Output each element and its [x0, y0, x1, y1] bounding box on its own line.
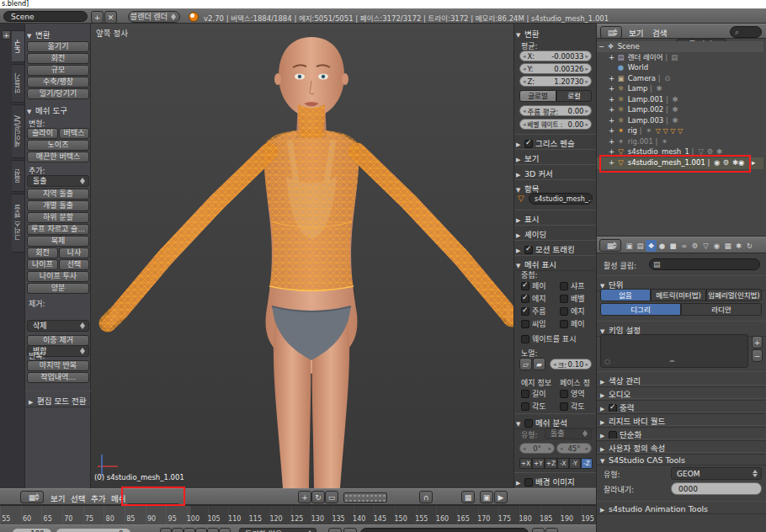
collapse-icon[interactable] [516, 187, 524, 194]
face-angle-checkbox[interactable]: 각도 [560, 401, 584, 412]
expand-icon[interactable]: + [607, 83, 616, 93]
expand-icon[interactable]: + [607, 146, 616, 157]
panel-header-grease-pencil[interactable]: 그리스 펜슬 [514, 134, 597, 149]
collapse-icon[interactable] [600, 458, 609, 465]
overlay-check-seams[interactable]: 씨임 [521, 318, 545, 329]
insert-keyframe-button[interactable]: ◆ [532, 528, 545, 532]
outliner-row-s4studio-mesh-1-001[interactable]: +▽ s4studio_mesh_1.001 | ◉⚙✱◉▸ [597, 157, 763, 169]
axis-button-posz[interactable]: +Z [545, 458, 557, 469]
outliner-row-lamp-003[interactable]: +☼ Lamp.003 | ✱ [597, 115, 763, 126]
analysis-type-dropdown[interactable]: 돌출 [545, 428, 592, 439]
face-normals-toggle[interactable]: ▰ [533, 358, 545, 370]
geom-type-dropdown[interactable]: GEOM [671, 467, 762, 480]
collapse-icon[interactable] [27, 33, 35, 40]
duplicate-button[interactable]: 복제 [27, 236, 89, 247]
keying-set-icon[interactable]: ◆ [343, 528, 357, 532]
manipulator-scale-toggle[interactable]: ▭ [325, 491, 338, 503]
expand-icon[interactable]: + [607, 125, 616, 136]
end-frame-field[interactable]: 100 [12, 528, 52, 532]
tab-tools[interactable]: 도구 [12, 30, 25, 62]
scene-selector[interactable]: Scene [3, 11, 88, 22]
expand-icon[interactable]: + [607, 52, 616, 62]
outliner-row-rig-001[interactable]: +✶ rig.001 | ✶ [597, 136, 763, 147]
outliner-row-scene[interactable]: −❖ Scene [597, 41, 763, 52]
axis-button-negz[interactable]: -Z [581, 458, 593, 469]
tab-material-icon[interactable]: ◉ [711, 240, 722, 252]
overlay-check-edges[interactable]: 에지 [521, 293, 545, 304]
prev-keyframe-button[interactable]: ‹ [172, 528, 184, 532]
show-weights-checkbox[interactable]: 웨이트를 표시 [521, 333, 576, 344]
transform-button[interactable]: 밀기/당기기 [27, 88, 89, 99]
panel-header-display[interactable]: 표시 [514, 210, 597, 225]
snap-magnet-toggle[interactable]: ∩ [419, 491, 433, 503]
overlay-check-bevel[interactable]: 베벨 [560, 293, 584, 304]
edge-angle-checkbox[interactable]: 각도 [521, 401, 545, 412]
opengl-render-button[interactable]: ▣ [480, 491, 493, 503]
tab-particles-icon[interactable]: ✱ [733, 240, 744, 252]
panel-header-animation-tools[interactable]: s4studio Animation Tools [597, 501, 766, 513]
add-scene-button[interactable]: + [91, 11, 104, 24]
median-x-field[interactable]: X:-0.00033 [519, 51, 592, 61]
delete-scene-button[interactable]: ✕ [104, 11, 117, 24]
face-area-checkbox[interactable]: 영역 [560, 388, 584, 399]
remove-doubles-button[interactable]: 이중 제거 [27, 335, 89, 346]
play-reverse-button[interactable]: ▶ [184, 528, 195, 532]
expand-icon[interactable] [516, 232, 524, 239]
history-button[interactable]: 작업내역... [27, 372, 89, 383]
opengl-render-anim-button[interactable]: ▶ [494, 491, 508, 503]
analysis-min-field[interactable]: 0° [519, 443, 555, 454]
knife-select-button[interactable]: 선택 [59, 259, 89, 270]
expand-icon[interactable]: + [607, 73, 616, 83]
collapse-icon[interactable] [27, 109, 35, 115]
overlay-check-sharp[interactable]: 샤프 [560, 280, 584, 291]
panel-header-mesh-analysis[interactable]: 메쉬 분석 [514, 413, 597, 428]
units-imperial-button[interactable]: 임페리얼(인치법) [706, 289, 762, 301]
vertex-normals-toggle[interactable]: ▱ [519, 358, 532, 370]
extrude-individual-button[interactable]: 개별 돌출 [27, 200, 89, 211]
panel-header-mesh-display[interactable]: 메쉬 표시 [514, 255, 597, 270]
menu-mesh[interactable]: 메쉬 [108, 492, 129, 504]
record-button[interactable]: ● [328, 528, 342, 532]
expand-icon[interactable] [29, 399, 37, 406]
expand-icon[interactable] [516, 217, 524, 224]
outliner-menu-search[interactable]: 검색 [649, 27, 670, 39]
tab-data-icon[interactable]: ▽ [700, 240, 711, 252]
outliner-row-s4studio-mesh-1[interactable]: +▽ s4studio_mesh_1 | ▽⚙✱ [597, 146, 763, 157]
expand-icon[interactable] [516, 157, 524, 163]
motion-tracking-checkbox[interactable] [524, 246, 533, 254]
analysis-max-field[interactable]: 45° [556, 443, 592, 454]
spin-button[interactable]: 회전 [27, 247, 58, 258]
collapse-icon[interactable] [516, 32, 524, 39]
occlude-geometry-toggle[interactable]: ▦ [461, 491, 475, 503]
median-y-field[interactable]: Y:0.00326 [519, 63, 592, 74]
transform-button[interactable]: 수축/팽창 [27, 77, 89, 88]
outliner-row-render-layers[interactable]: +▤ 렌더 레이어 | ▤ [597, 52, 763, 63]
extrude-region-button[interactable]: 지역 돌출 [27, 189, 89, 200]
mesh-name-field[interactable]: s4studio_mesh_... [529, 193, 593, 205]
render-engine-dropdown[interactable]: 블렌더 렌더 [128, 11, 180, 23]
tab-render-layers-icon[interactable]: ▤ [635, 240, 646, 252]
rotation-degrees-button[interactable]: 디그리 [600, 303, 681, 316]
bisect-button[interactable]: 양분 [27, 283, 89, 294]
panel-header-transform-n[interactable]: 변환 [516, 28, 539, 40]
expand-icon[interactable] [516, 172, 524, 178]
outliner-row-camera[interactable]: +▣ Camera | ⊙ [597, 73, 763, 84]
add-tab-icon[interactable]: + [2, 30, 11, 40]
overlay-check-creases[interactable]: 주름 [521, 306, 545, 317]
expand-icon[interactable]: + [607, 94, 616, 104]
axis-button-posy[interactable]: +Y [532, 458, 545, 469]
bevel-weight-field[interactable]: 베벨 웨이트 :0.00 [519, 119, 592, 130]
normal-size-field[interactable]: 크:0.10 [550, 359, 592, 370]
tab-create[interactable]: 만들기 [12, 64, 25, 103]
knife-button[interactable]: 나이프 [27, 259, 58, 270]
smooth-vertex-button[interactable]: 매끈한 버텍스 [27, 152, 89, 162]
expand-icon[interactable] [516, 480, 524, 487]
remove-keying-set-button[interactable]: − [752, 349, 763, 362]
selectability-arrow-icon[interactable]: ▸ [752, 157, 755, 168]
expand-icon[interactable]: + [607, 157, 616, 168]
screw-button[interactable]: 나사 [59, 247, 89, 258]
expand-icon[interactable] [600, 507, 609, 513]
axis-button-negy[interactable]: -Y [569, 458, 581, 469]
menu-add[interactable]: 추가 [88, 492, 109, 504]
viewport-3d[interactable]: 앞쪽 정사 (0) s4studio_mesh_1.001 [91, 24, 513, 488]
